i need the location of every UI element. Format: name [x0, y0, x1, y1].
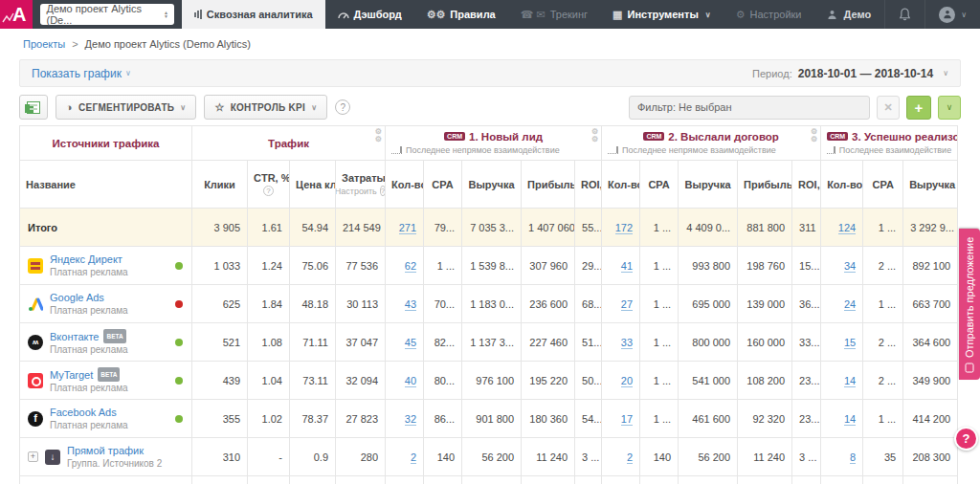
- metric-cell: 1.24: [248, 247, 290, 285]
- metric-cell: 227 460: [522, 323, 575, 362]
- source-link[interactable]: Прямой трафик: [67, 445, 144, 456]
- count-link[interactable]: 45: [405, 337, 416, 349]
- support-help-button[interactable]: ?: [954, 427, 978, 451]
- nav-tab-4[interactable]: ▦Инструменты∨: [600, 0, 724, 29]
- column-header: Выручка: [462, 161, 522, 209]
- total-label: Итого: [20, 209, 192, 247]
- period-value[interactable]: 2018-10-01 — 2018-10-14: [798, 67, 933, 80]
- configure-link[interactable]: Настроить: [336, 187, 377, 196]
- count-link[interactable]: 17: [621, 413, 633, 426]
- segment-label: СЕГМЕНТИРОВАТЬ: [78, 102, 174, 113]
- bar-chart-icon: [194, 10, 202, 19]
- help-icon[interactable]: ?: [335, 99, 350, 115]
- metric-cell: 0.9: [290, 438, 336, 476]
- count-link[interactable]: 14: [844, 413, 856, 426]
- metric-cell: 280: [336, 438, 386, 476]
- help-icon[interactable]: ?: [263, 186, 274, 196]
- source-link[interactable]: Вконтакте: [50, 331, 99, 342]
- breadcrumb-projects-link[interactable]: Проекты: [23, 38, 65, 50]
- metric-cell: 307 960: [522, 247, 575, 285]
- add-filter-button[interactable]: +: [906, 96, 931, 120]
- count-link[interactable]: 34: [844, 260, 856, 273]
- beta-badge: BETA: [103, 329, 125, 343]
- show-graph-link[interactable]: Показать график: [32, 67, 122, 80]
- metric-cell: 71.11: [290, 323, 336, 362]
- filter-input[interactable]: [629, 96, 870, 120]
- column-header-row: НазваниеКликиCTR, %?Цена кликаЗатратыНас…: [20, 161, 958, 209]
- count-link[interactable]: 2: [627, 451, 633, 464]
- sources-group-title: Источники трафика: [53, 138, 160, 149]
- count-link[interactable]: 33: [621, 337, 633, 349]
- metric-cell: 1 ...: [424, 247, 462, 285]
- alytics-logo[interactable]: A: [0, 0, 33, 29]
- count-link[interactable]: 172: [615, 222, 633, 234]
- demo-user-button[interactable]: Демо: [813, 0, 884, 29]
- export-excel-button[interactable]: [19, 95, 48, 120]
- nav-tab-label: Трекинг: [550, 9, 588, 20]
- count-link[interactable]: 271: [399, 222, 416, 234]
- metric-cell: 108 200: [738, 362, 792, 400]
- count-link[interactable]: 43: [405, 298, 416, 311]
- source-link[interactable]: Яндекс Директ: [50, 253, 122, 265]
- project-selector[interactable]: Демо проект Alytics (De... ▲▼: [40, 4, 173, 25]
- count-link[interactable]: 20: [621, 375, 633, 387]
- metric-cell: 35: [863, 438, 903, 476]
- count-link[interactable]: 41: [621, 260, 633, 273]
- metric-cell: 73.11: [290, 362, 336, 400]
- column-settings-icon[interactable]: ⚙⚙: [591, 128, 598, 143]
- column-settings-icon[interactable]: ⚙⚙: [811, 128, 817, 143]
- source-link[interactable]: Facebook Ads: [50, 407, 117, 418]
- metric-cell: 36...: [792, 285, 821, 323]
- column-settings-icon[interactable]: ⚙⚙: [375, 128, 382, 143]
- kpi-control-button[interactable]: ☆ КОНТРОЛЬ KPI ∨: [204, 95, 327, 120]
- metric-cell: 33...: [792, 323, 821, 362]
- metric-cell: 311: [792, 209, 821, 247]
- help-icon[interactable]: ?: [380, 186, 386, 196]
- direct-traffic-icon: ↓: [45, 450, 60, 465]
- metric-cell: 1 ...: [863, 209, 903, 247]
- send-feedback-button[interactable]: Отправить предложение: [959, 229, 980, 380]
- metric-cell: 355: [192, 400, 248, 438]
- metric-cell: 625: [192, 285, 248, 323]
- metric-cell: 27: [602, 285, 640, 323]
- metric-cell: 1 407 060: [522, 209, 575, 247]
- expand-button[interactable]: +: [28, 451, 38, 462]
- nav-tab-1[interactable]: Дэшборд: [325, 0, 414, 29]
- metric-cell: 50...: [575, 362, 602, 400]
- account-menu-button[interactable]: ∨: [924, 0, 980, 29]
- count-link[interactable]: 24: [844, 298, 856, 311]
- segment-button[interactable]: ◑ СЕГМЕНТИРОВАТЬ ∨: [56, 95, 196, 120]
- metric-cell: 3 905: [192, 209, 248, 247]
- count-link[interactable]: 124: [838, 222, 856, 234]
- metric-cell: 80...: [424, 362, 462, 400]
- nav-tab-0[interactable]: Сквозная аналитика: [182, 0, 325, 29]
- source-link[interactable]: MyTarget: [50, 369, 93, 381]
- metric-cell: 172: [602, 209, 640, 247]
- count-link[interactable]: 15: [844, 337, 856, 349]
- filter-dropdown-button[interactable]: ∨: [938, 96, 961, 120]
- nav-tab-5[interactable]: ⚙Настройки: [724, 0, 814, 29]
- notifications-button[interactable]: [884, 0, 924, 29]
- clear-filter-button[interactable]: ✕: [877, 96, 900, 120]
- nav-tab-2[interactable]: ⚙⚙Правила: [414, 0, 508, 29]
- source-link[interactable]: Google Ads: [50, 292, 104, 303]
- count-link[interactable]: 2: [411, 451, 416, 464]
- count-link[interactable]: 62: [405, 260, 416, 273]
- metric-cell: 7 035 3...: [462, 209, 522, 247]
- count-link[interactable]: 40: [405, 375, 416, 387]
- column-header: Клики: [192, 161, 248, 209]
- nav-tab-3[interactable]: ☎ ✉Трекинг: [508, 0, 600, 29]
- count-link[interactable]: 8: [850, 451, 856, 464]
- vkontakte-icon: ʍ: [28, 335, 43, 350]
- count-link[interactable]: 32: [405, 413, 416, 426]
- count-link[interactable]: 14: [844, 375, 856, 387]
- metric-cell: 11 240: [522, 438, 575, 476]
- attribution-model: Последнее непрямое взаимодействие: [608, 145, 814, 155]
- metric-cell: 1.84: [248, 285, 290, 323]
- metric-cell: 1 137 3...: [462, 323, 522, 362]
- count-link[interactable]: 27: [621, 298, 633, 311]
- google-ads-icon: [28, 297, 43, 312]
- chevron-down-icon: ∨: [180, 103, 186, 112]
- metric-cell: 14: [821, 362, 863, 400]
- metric-cell: 140: [640, 438, 679, 476]
